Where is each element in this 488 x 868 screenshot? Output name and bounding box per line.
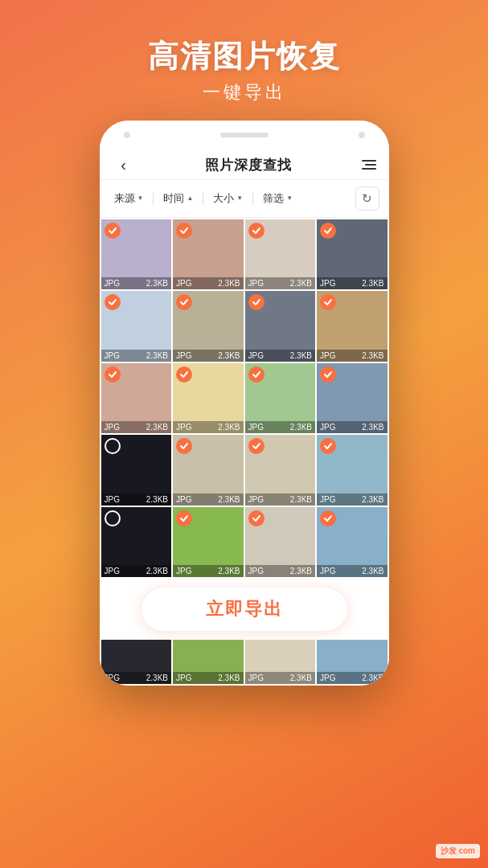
grid-item[interactable]: JPG2.3KB (101, 219, 172, 290)
bottom-grid-item-label: JPG2.3KB (101, 672, 172, 684)
grid-item-type: JPG (248, 279, 264, 288)
grid-item-size: 2.3KB (218, 495, 240, 504)
grid-item[interactable]: JPG2.3KB (245, 291, 316, 362)
menu-line-2 (365, 164, 376, 166)
grid-item-checkbox[interactable] (105, 223, 121, 239)
grid-item-type: JPG (176, 567, 191, 575)
grid-item-checkbox[interactable] (320, 438, 336, 454)
screen-title: 照片深度查找 (205, 156, 292, 174)
grid-item-checkbox[interactable] (176, 366, 192, 383)
grid-item[interactable]: JPG2.3KB (245, 363, 316, 434)
grid-item[interactable]: JPG2.3KB (317, 435, 388, 506)
grid-item[interactable]: JPG2.3KB (317, 219, 388, 290)
grid-item-size: 2.3KB (146, 495, 168, 504)
filter-time[interactable]: 时间 ▲ (158, 189, 198, 208)
refresh-button[interactable]: ↻ (355, 186, 379, 211)
grid-item-size: 2.3KB (218, 423, 240, 432)
main-subtitle: 一键导出 (148, 80, 341, 104)
grid-item-checkbox[interactable] (320, 510, 336, 526)
grid-item-size: 2.3KB (146, 279, 168, 288)
bottom-grid-item[interactable]: JPG2.3KB (245, 640, 316, 684)
grid-item[interactable]: JPG2.3KB (317, 291, 388, 362)
grid-item-checkbox[interactable] (248, 366, 265, 383)
filter-source[interactable]: 来源 ▼ (109, 189, 149, 208)
grid-item-label: JPG2.3KB (317, 350, 388, 362)
grid-item-size: 2.3KB (290, 279, 312, 288)
export-section: 立即导出 (100, 579, 389, 640)
grid-item-size: 2.3KB (146, 567, 168, 575)
grid-item-checkbox[interactable] (248, 438, 265, 454)
grid-item-checkbox[interactable] (176, 438, 192, 454)
grid-item-type: JPG (176, 423, 191, 432)
grid-item-checkbox[interactable] (176, 510, 192, 526)
grid-item-label: JPG2.3KB (245, 493, 316, 506)
grid-item[interactable]: JPG2.3KB (317, 507, 388, 578)
grid-item-checkbox[interactable] (248, 223, 265, 239)
phone-frame: ‹ 照片深度查找 来源 ▼ 时间 ▲ 大小 ▼ 筛选 ▼ ↻ JPG2. (100, 121, 389, 686)
filter-divider-2 (203, 192, 203, 205)
grid-item[interactable]: JPG2.3KB (245, 507, 316, 578)
grid-item-checkbox[interactable] (105, 438, 121, 454)
bottom-grid-item-label: JPG2.3KB (317, 672, 388, 684)
grid-item-checkbox[interactable] (105, 510, 121, 526)
grid-item-checkbox[interactable] (105, 366, 121, 383)
bottom-item-type: JPG (105, 674, 120, 682)
filter-bar: 来源 ▼ 时间 ▲ 大小 ▼ 筛选 ▼ ↻ (100, 180, 389, 218)
grid-item-label: JPG2.3KB (245, 565, 316, 577)
filter-screen[interactable]: 筛选 ▼ (258, 189, 297, 208)
grid-item-checkbox[interactable] (105, 294, 121, 310)
bottom-item-type: JPG (248, 674, 264, 682)
grid-item-type: JPG (176, 351, 191, 360)
grid-item-size: 2.3KB (218, 567, 240, 575)
grid-item-checkbox[interactable] (320, 223, 336, 239)
filter-size[interactable]: 大小 ▼ (208, 189, 248, 208)
export-button[interactable]: 立即导出 (141, 587, 348, 632)
grid-item-checkbox[interactable] (248, 510, 265, 526)
grid-item-label: JPG2.3KB (317, 421, 388, 433)
grid-item-type: JPG (176, 495, 191, 504)
grid-item-label: JPG2.3KB (317, 493, 388, 506)
grid-item-size: 2.3KB (146, 351, 168, 360)
grid-item-label: JPG2.3KB (173, 493, 244, 506)
grid-item-label: JPG2.3KB (173, 350, 244, 362)
grid-item-type: JPG (176, 279, 191, 288)
grid-item-size: 2.3KB (362, 351, 383, 360)
filter-source-label: 来源 (114, 191, 135, 206)
grid-item[interactable]: JPG2.3KB (101, 507, 172, 578)
grid-item-checkbox[interactable] (320, 366, 336, 383)
watermark: 沙发 com (436, 844, 480, 858)
grid-item[interactable]: JPG2.3KB (101, 291, 172, 362)
grid-item[interactable]: JPG2.3KB (173, 507, 244, 578)
grid-item-size: 2.3KB (362, 423, 383, 432)
grid-item-label: JPG2.3KB (101, 421, 172, 433)
grid-item[interactable]: JPG2.3KB (101, 435, 172, 506)
grid-item-checkbox[interactable] (176, 294, 192, 310)
top-section: 高清图片恢复 一键导出 (148, 0, 341, 121)
bottom-grid-item[interactable]: JPG2.3KB (101, 640, 172, 684)
bottom-grid-item-label: JPG2.3KB (173, 672, 244, 684)
grid-item[interactable]: JPG2.3KB (317, 363, 388, 434)
grid-item[interactable]: JPG2.3KB (173, 291, 244, 362)
grid-item[interactable]: JPG2.3KB (245, 219, 316, 290)
grid-item[interactable]: JPG2.3KB (173, 219, 244, 290)
back-button[interactable]: ‹ (113, 156, 135, 174)
filter-source-arrow: ▼ (137, 194, 144, 202)
bottom-grid-item[interactable]: JPG2.3KB (317, 640, 388, 684)
grid-item-label: JPG2.3KB (173, 421, 244, 433)
bottom-grid-item-label: JPG2.3KB (245, 672, 316, 684)
grid-item[interactable]: JPG2.3KB (173, 435, 244, 506)
grid-item[interactable]: JPG2.3KB (173, 363, 244, 434)
grid-item-label: JPG2.3KB (101, 277, 172, 289)
grid-item[interactable]: JPG2.3KB (101, 363, 172, 434)
bottom-grid-item[interactable]: JPG2.3KB (173, 640, 244, 684)
grid-item-checkbox[interactable] (320, 294, 336, 310)
grid-item-label: JPG2.3KB (173, 565, 244, 577)
grid-item-checkbox[interactable] (176, 223, 192, 239)
grid-item[interactable]: JPG2.3KB (245, 435, 316, 506)
grid-item-label: JPG2.3KB (245, 277, 316, 289)
menu-icon[interactable] (362, 160, 376, 170)
grid-item-type: JPG (105, 567, 120, 575)
filter-screen-arrow: ▼ (286, 194, 293, 202)
grid-item-type: JPG (105, 279, 120, 288)
grid-item-checkbox[interactable] (248, 294, 265, 310)
